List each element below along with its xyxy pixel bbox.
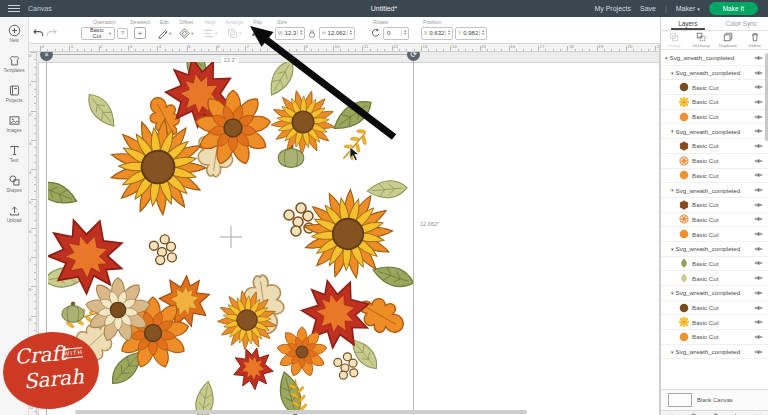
operation-select[interactable]: Basic Cut▾ — [81, 27, 115, 40]
eye-icon[interactable] — [754, 187, 763, 193]
eye-icon[interactable] — [754, 70, 763, 76]
eye-icon[interactable] — [754, 334, 763, 340]
selection-bounding-box[interactable]: × ⟳ 12.3" 12.062" — [46, 54, 414, 415]
layer-row[interactable]: Basic Cut — [661, 198, 768, 213]
layer-group-row[interactable]: ▾Svg_wreath_completed — [661, 345, 768, 360]
collapse-caret-icon[interactable]: ▾ — [671, 128, 674, 134]
sidebar-item-upload[interactable]: Upload — [0, 202, 28, 225]
layer-row[interactable]: Basic Cut — [661, 330, 768, 345]
sidebar-item-text[interactable]: Text — [0, 142, 28, 165]
lock-icon[interactable] — [308, 29, 316, 38]
sidebar-item-shapes[interactable]: Shapes — [0, 172, 28, 195]
my-projects-link[interactable]: My Projects — [594, 5, 631, 12]
arrange-dropdown[interactable]: ▾ — [225, 26, 243, 40]
eye-icon[interactable] — [754, 172, 763, 178]
layer-row[interactable]: Basic Cut — [661, 154, 768, 169]
layer-group-row[interactable]: ▾Svg_wreath_completed — [661, 66, 768, 81]
sidebar-item-projects[interactable]: Projects — [0, 82, 28, 105]
layer-row[interactable]: Basic Cut — [661, 169, 768, 184]
collapse-caret-icon[interactable]: ▾ — [665, 55, 668, 61]
collapse-caret-icon[interactable]: ▾ — [671, 349, 674, 355]
top-app-bar: Canvas Untitled* My Projects Save | Make… — [0, 0, 768, 17]
eye-icon[interactable] — [754, 319, 763, 325]
rotate-stepper[interactable]: ▲▼ — [401, 30, 408, 37]
duplicate-button[interactable]: Duplicate — [715, 32, 742, 48]
sidebar-item-templates[interactable]: Templates — [0, 52, 28, 75]
eye-icon[interactable] — [754, 99, 763, 105]
machine-selector[interactable]: Maker ▾ — [676, 5, 700, 12]
eye-icon[interactable] — [754, 275, 763, 281]
position-y-field[interactable]: Y 0.982 ▲▼ — [455, 27, 487, 40]
x-stepper[interactable]: ▲▼ — [445, 30, 452, 37]
sidebar-item-images[interactable]: Images — [0, 112, 28, 135]
layer-row[interactable]: Basic Cut — [661, 315, 768, 330]
horizontal-scrollbar[interactable] — [75, 410, 527, 414]
save-link[interactable]: Save — [640, 5, 656, 12]
menu-icon[interactable] — [8, 5, 20, 13]
layer-row[interactable]: Basic Cut — [661, 213, 768, 228]
eye-icon[interactable] — [754, 246, 763, 252]
collapse-caret-icon[interactable]: ▾ — [671, 187, 674, 193]
layer-group-row[interactable]: ▾Svg_wreath_completed — [661, 242, 768, 257]
tab-layers[interactable]: Layers — [661, 17, 715, 30]
delete-button[interactable]: Delete — [741, 32, 768, 48]
layer-row[interactable]: Basic Cut — [661, 95, 768, 110]
deselect-button[interactable]: + — [134, 27, 146, 39]
tab-color-sync[interactable]: Color Sync — [715, 17, 768, 30]
y-stepper[interactable]: ▲▼ — [479, 30, 486, 37]
position-x-field[interactable]: X 0.632 ▲▼ — [421, 27, 453, 40]
size-width-field[interactable]: W 12.3 ▲▼ — [275, 27, 305, 40]
collapse-caret-icon[interactable]: ▾ — [671, 70, 674, 76]
undo-icon[interactable] — [33, 28, 44, 38]
layers-scrollbar[interactable] — [765, 53, 768, 141]
rotate-icon[interactable] — [371, 28, 381, 38]
align-dropdown[interactable]: ▾ — [203, 26, 217, 40]
eye-icon[interactable] — [754, 158, 763, 164]
layer-group-row[interactable]: ▾Svg_wreath_completed — [661, 183, 768, 198]
eye-icon[interactable] — [754, 84, 763, 90]
edit-toolbar: Operation Basic Cut▾ ? Deselect + Edit ▾… — [29, 17, 768, 44]
make-it-button[interactable]: Make It — [709, 2, 758, 15]
eye-icon[interactable] — [754, 231, 763, 237]
eye-icon[interactable] — [754, 260, 763, 266]
layer-row[interactable]: Basic Cut — [661, 139, 768, 154]
edit-dropdown[interactable]: ▾ — [157, 26, 171, 40]
eye-icon[interactable] — [754, 216, 763, 222]
layer-row[interactable]: Basic Cut — [661, 227, 768, 242]
combine-actions-bar: SliceWeldAttachFlattenContour — [661, 410, 768, 415]
collapse-caret-icon[interactable]: ▾ — [671, 246, 674, 252]
help-button[interactable]: ? — [117, 28, 128, 39]
eye-icon[interactable] — [754, 349, 763, 355]
eye-icon[interactable] — [754, 202, 763, 208]
height-value: 12.062 — [328, 30, 347, 36]
layer-row[interactable]: Basic Cut — [661, 271, 768, 286]
layer-row[interactable]: Basic Cut — [661, 301, 768, 316]
offset-dropdown[interactable]: ▾ — [179, 26, 193, 40]
eye-icon[interactable] — [754, 305, 763, 311]
chevron-down-icon: ▾ — [239, 31, 241, 36]
height-stepper[interactable]: ▲▼ — [347, 30, 354, 37]
width-stepper[interactable]: ▲▼ — [297, 30, 304, 37]
h-ruler-number: 18 — [569, 44, 574, 49]
eye-icon[interactable] — [754, 114, 763, 120]
ungroup-button[interactable]: UnGroup — [688, 32, 715, 48]
rotate-field[interactable]: 0 ▲▼ — [383, 27, 409, 40]
layer-group-row[interactable]: ▾Svg_wreath_completed — [661, 51, 768, 66]
size-height-field[interactable]: H 12.062 ▲▼ — [319, 27, 355, 40]
layer-row[interactable]: Basic Cut — [661, 80, 768, 95]
layer-row[interactable]: Basic Cut — [661, 257, 768, 272]
layer-row[interactable]: Basic Cut — [661, 110, 768, 125]
redo-icon[interactable] — [46, 28, 57, 38]
layer-group-row[interactable]: ▾Svg_wreath_completed — [661, 124, 768, 139]
group-button[interactable]: Group — [661, 32, 688, 48]
eye-icon[interactable] — [754, 128, 763, 134]
eye-icon[interactable] — [754, 55, 763, 61]
layer-group-row[interactable]: ▾Svg_wreath_completed — [661, 286, 768, 301]
collapse-caret-icon[interactable]: ▾ — [671, 290, 674, 296]
eye-icon[interactable] — [754, 290, 763, 296]
canvas-color-swatch[interactable] — [668, 393, 692, 407]
layer-label: Basic Cut — [692, 84, 718, 91]
sidebar-item-new[interactable]: New — [0, 22, 28, 45]
flip-dropdown[interactable]: ▾ — [250, 26, 265, 40]
eye-icon[interactable] — [754, 143, 763, 149]
